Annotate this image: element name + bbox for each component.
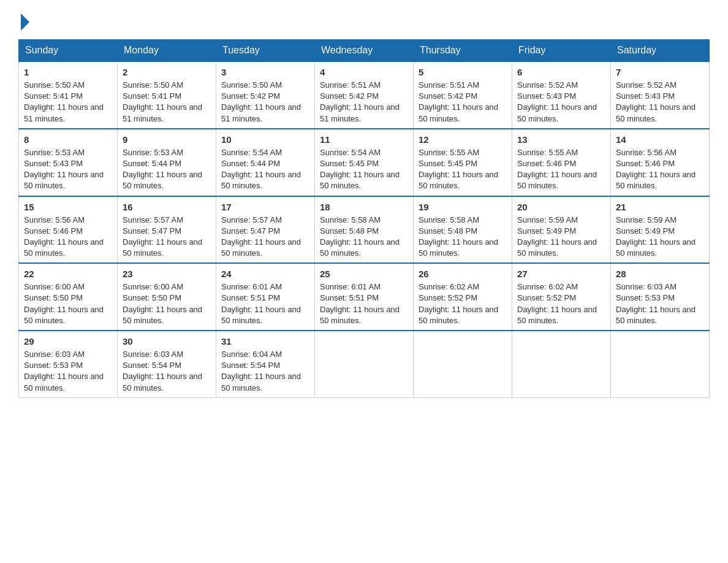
daylight-text: Daylight: 11 hours and 50 minutes. <box>221 372 301 392</box>
sunset-text: Sunset: 5:47 PM <box>221 226 280 236</box>
daylight-text: Daylight: 11 hours and 50 minutes. <box>320 237 400 258</box>
calendar-cell: 22Sunrise: 6:00 AMSunset: 5:50 PMDayligh… <box>19 263 118 331</box>
day-number: 13 <box>517 133 605 146</box>
sunrise-text: Sunrise: 5:50 AM <box>123 80 183 90</box>
sunset-text: Sunset: 5:43 PM <box>616 91 675 101</box>
sunrise-text: Sunrise: 5:51 AM <box>320 80 381 90</box>
day-number: 3 <box>221 66 309 79</box>
daylight-text: Daylight: 11 hours and 50 minutes. <box>419 237 498 258</box>
calendar-cell: 16Sunrise: 5:57 AMSunset: 5:47 PMDayligh… <box>118 196 216 264</box>
sunset-text: Sunset: 5:44 PM <box>123 159 181 168</box>
day-number: 18 <box>320 201 408 213</box>
sunrise-text: Sunrise: 5:51 AM <box>419 80 479 90</box>
daylight-text: Daylight: 11 hours and 50 minutes. <box>320 305 400 325</box>
calendar-cell: 26Sunrise: 6:02 AMSunset: 5:52 PMDayligh… <box>414 263 512 331</box>
sunrise-text: Sunrise: 5:58 AM <box>320 215 381 224</box>
calendar-cell: 21Sunrise: 5:59 AMSunset: 5:49 PMDayligh… <box>611 196 710 264</box>
calendar-week-5: 29Sunrise: 6:03 AMSunset: 5:53 PMDayligh… <box>19 331 710 397</box>
day-number: 14 <box>616 133 704 146</box>
calendar-header-row: SundayMondayTuesdayWednesdayThursdayFrid… <box>19 40 710 62</box>
calendar-cell: 15Sunrise: 5:56 AMSunset: 5:46 PMDayligh… <box>19 196 118 264</box>
calendar-cell: 12Sunrise: 5:55 AMSunset: 5:45 PMDayligh… <box>414 129 512 196</box>
sunset-text: Sunset: 5:45 PM <box>320 159 379 168</box>
day-number: 29 <box>24 335 112 348</box>
sunset-text: Sunset: 5:51 PM <box>320 293 379 302</box>
daylight-text: Daylight: 11 hours and 50 minutes. <box>221 237 301 258</box>
day-number: 9 <box>123 133 211 146</box>
sunrise-text: Sunrise: 5:55 AM <box>517 148 578 157</box>
day-number: 4 <box>320 66 408 79</box>
day-number: 12 <box>419 133 507 146</box>
sunset-text: Sunset: 5:42 PM <box>419 91 477 101</box>
day-number: 8 <box>24 133 112 146</box>
sunrise-text: Sunrise: 5:59 AM <box>616 215 677 224</box>
calendar-cell <box>611 331 710 397</box>
sunset-text: Sunset: 5:42 PM <box>320 91 379 101</box>
day-number: 24 <box>221 267 309 280</box>
col-header-tuesday: Tuesday <box>216 40 315 62</box>
calendar-cell: 27Sunrise: 6:02 AMSunset: 5:52 PMDayligh… <box>512 263 611 331</box>
sunrise-text: Sunrise: 5:56 AM <box>616 148 677 157</box>
sunset-text: Sunset: 5:53 PM <box>616 293 675 302</box>
calendar-cell: 13Sunrise: 5:55 AMSunset: 5:46 PMDayligh… <box>512 129 611 196</box>
sunrise-text: Sunrise: 5:52 AM <box>517 80 578 90</box>
calendar-cell: 24Sunrise: 6:01 AMSunset: 5:51 PMDayligh… <box>216 263 315 331</box>
sunset-text: Sunset: 5:41 PM <box>123 91 181 101</box>
day-number: 22 <box>24 267 112 280</box>
day-number: 19 <box>419 201 507 213</box>
daylight-text: Daylight: 11 hours and 50 minutes. <box>24 237 104 258</box>
day-number: 31 <box>221 335 309 348</box>
sunrise-text: Sunrise: 5:59 AM <box>517 215 578 224</box>
sunrise-text: Sunrise: 6:02 AM <box>419 282 479 291</box>
sunrise-text: Sunrise: 5:53 AM <box>24 148 85 157</box>
sunrise-text: Sunrise: 5:54 AM <box>221 148 282 157</box>
sunset-text: Sunset: 5:43 PM <box>517 91 576 101</box>
day-number: 28 <box>616 267 704 280</box>
daylight-text: Daylight: 11 hours and 50 minutes. <box>24 170 104 190</box>
col-header-friday: Friday <box>512 40 611 62</box>
sunset-text: Sunset: 5:42 PM <box>221 91 280 101</box>
sunrise-text: Sunrise: 5:55 AM <box>419 148 479 157</box>
calendar-cell: 4Sunrise: 5:51 AMSunset: 5:42 PMDaylight… <box>315 61 414 129</box>
day-number: 1 <box>24 66 112 79</box>
sunset-text: Sunset: 5:45 PM <box>419 159 477 168</box>
sunset-text: Sunset: 5:51 PM <box>221 293 280 302</box>
daylight-text: Daylight: 11 hours and 50 minutes. <box>517 305 597 325</box>
sunrise-text: Sunrise: 6:00 AM <box>123 282 183 291</box>
col-header-thursday: Thursday <box>414 40 512 62</box>
calendar-cell: 23Sunrise: 6:00 AMSunset: 5:50 PMDayligh… <box>118 263 216 331</box>
daylight-text: Daylight: 11 hours and 50 minutes. <box>123 237 202 258</box>
calendar-cell: 29Sunrise: 6:03 AMSunset: 5:53 PMDayligh… <box>19 331 118 397</box>
calendar-cell: 3Sunrise: 5:50 AMSunset: 5:42 PMDaylight… <box>216 61 315 129</box>
calendar-cell: 19Sunrise: 5:58 AMSunset: 5:48 PMDayligh… <box>414 196 512 264</box>
sunset-text: Sunset: 5:46 PM <box>517 159 576 168</box>
day-number: 30 <box>123 335 211 348</box>
calendar-cell: 7Sunrise: 5:52 AMSunset: 5:43 PMDaylight… <box>611 61 710 129</box>
sunset-text: Sunset: 5:49 PM <box>517 226 576 236</box>
day-number: 15 <box>24 201 112 213</box>
daylight-text: Daylight: 11 hours and 50 minutes. <box>123 170 202 190</box>
sunset-text: Sunset: 5:49 PM <box>616 226 675 236</box>
calendar-cell: 31Sunrise: 6:04 AMSunset: 5:54 PMDayligh… <box>216 331 315 397</box>
sunset-text: Sunset: 5:41 PM <box>24 91 83 101</box>
sunrise-text: Sunrise: 6:01 AM <box>320 282 381 291</box>
day-number: 27 <box>517 267 605 280</box>
sunrise-text: Sunrise: 5:56 AM <box>24 215 85 224</box>
sunset-text: Sunset: 5:46 PM <box>24 226 83 236</box>
calendar-cell: 2Sunrise: 5:50 AMSunset: 5:41 PMDaylight… <box>118 61 216 129</box>
sunrise-text: Sunrise: 6:01 AM <box>221 282 282 291</box>
col-header-wednesday: Wednesday <box>315 40 414 62</box>
calendar-cell: 5Sunrise: 5:51 AMSunset: 5:42 PMDaylight… <box>414 61 512 129</box>
calendar-week-1: 1Sunrise: 5:50 AMSunset: 5:41 PMDaylight… <box>19 61 710 129</box>
sunrise-text: Sunrise: 6:03 AM <box>24 350 85 359</box>
daylight-text: Daylight: 11 hours and 51 minutes. <box>123 102 202 123</box>
day-number: 6 <box>517 66 605 79</box>
sunset-text: Sunset: 5:52 PM <box>517 293 576 302</box>
sunset-text: Sunset: 5:50 PM <box>123 293 181 302</box>
sunset-text: Sunset: 5:54 PM <box>123 361 181 370</box>
day-number: 20 <box>517 201 605 213</box>
calendar-cell: 30Sunrise: 6:03 AMSunset: 5:54 PMDayligh… <box>118 331 216 397</box>
daylight-text: Daylight: 11 hours and 50 minutes. <box>419 305 498 325</box>
col-header-sunday: Sunday <box>19 40 118 62</box>
daylight-text: Daylight: 11 hours and 50 minutes. <box>616 305 696 325</box>
